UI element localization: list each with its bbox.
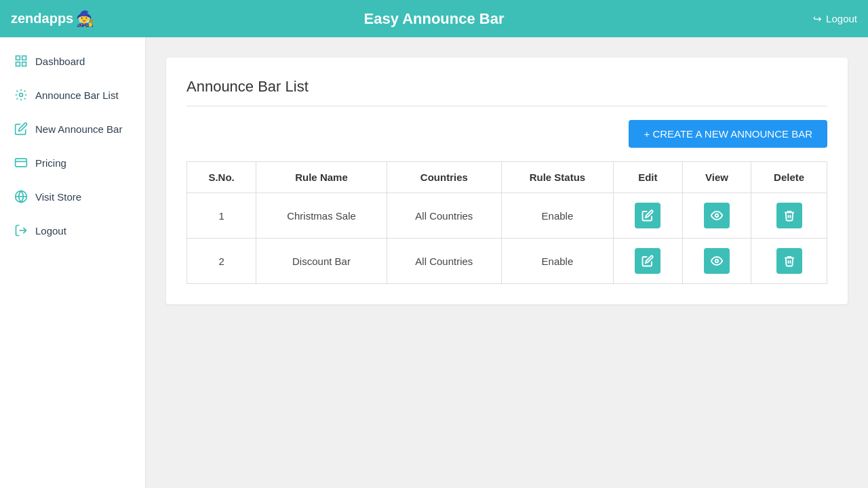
view-button[interactable]	[704, 248, 730, 274]
sidebar-item-announce-bar-list[interactable]: Announce Bar List	[0, 78, 145, 112]
cell-view	[682, 193, 751, 239]
cell-delete	[751, 193, 827, 239]
view-button[interactable]	[704, 203, 730, 228]
logo: zendapps 🧙	[11, 10, 94, 28]
new-announce-bar-label: New Announce Bar	[35, 123, 122, 135]
svg-rect-2	[16, 62, 20, 66]
logo-icon: 🧙	[76, 10, 94, 28]
content-card: Announce Bar List + CREATE A NEW ANNOUNC…	[166, 58, 848, 304]
cell-rule-name: Discount Bar	[256, 239, 387, 284]
cell-rule-name: Christmas Sale	[256, 193, 387, 239]
col-rule-name: Rule Name	[256, 162, 387, 193]
col-delete: Delete	[751, 162, 827, 193]
svg-rect-0	[16, 56, 20, 60]
page-title: Announce Bar List	[186, 78, 827, 106]
table-row: 1Christmas SaleAll CountriesEnable	[187, 193, 827, 239]
main-layout: Dashboard Announce Bar List New Announce…	[0, 37, 868, 488]
table-row: 2Discount BarAll CountriesEnable	[187, 239, 827, 284]
sidebar-logout-icon	[14, 223, 28, 238]
dashboard-icon	[14, 54, 28, 68]
announce-bar-table: S.No. Rule Name Countries Rule Status Ed…	[186, 161, 827, 284]
cell-view	[682, 239, 751, 284]
col-view: View	[682, 162, 751, 193]
announce-bar-list-icon	[14, 87, 28, 102]
sidebar-logout-label: Logout	[35, 225, 66, 237]
delete-button[interactable]	[776, 203, 802, 228]
svg-point-4	[20, 94, 23, 97]
edit-button[interactable]	[635, 248, 660, 274]
col-rule-status: Rule Status	[501, 162, 613, 193]
cell-sno: 1	[187, 193, 256, 239]
cell-edit	[614, 193, 683, 239]
svg-rect-3	[22, 62, 26, 66]
sidebar-item-visit-store[interactable]: Visit Store	[0, 180, 145, 214]
visit-store-icon	[14, 189, 28, 204]
svg-point-10	[715, 214, 719, 218]
cell-edit	[614, 239, 683, 284]
svg-rect-5	[16, 159, 27, 167]
cell-sno: 2	[187, 239, 256, 284]
sidebar: Dashboard Announce Bar List New Announce…	[0, 37, 146, 488]
logout-button[interactable]: ↪ Logout	[813, 13, 857, 25]
cell-countries: All Countries	[387, 193, 501, 239]
sidebar-item-pricing[interactable]: Pricing	[0, 146, 145, 180]
logo-text: zendapps	[11, 11, 73, 26]
logout-icon: ↪	[813, 13, 822, 25]
main-content: Announce Bar List + CREATE A NEW ANNOUNC…	[146, 37, 868, 488]
announce-bar-list-label: Announce Bar List	[35, 89, 119, 101]
svg-point-11	[715, 260, 719, 263]
delete-button[interactable]	[776, 248, 802, 274]
cell-status: Enable	[501, 193, 613, 239]
create-button-row: + CREATE A NEW ANNOUNCE BAR	[186, 120, 827, 148]
table-header: S.No. Rule Name Countries Rule Status Ed…	[187, 162, 827, 193]
sidebar-item-logout[interactable]: Logout	[0, 214, 145, 247]
app-header: zendapps 🧙 Easy Announce Bar ↪ Logout	[0, 0, 868, 37]
cell-delete	[751, 239, 827, 284]
header-title: Easy Announce Bar	[363, 10, 504, 28]
sidebar-item-dashboard[interactable]: Dashboard	[0, 44, 145, 78]
visit-store-label: Visit Store	[35, 191, 81, 203]
dashboard-label: Dashboard	[35, 56, 85, 67]
col-countries: Countries	[387, 162, 501, 193]
sidebar-item-new-announce-bar[interactable]: New Announce Bar	[0, 112, 145, 146]
cell-status: Enable	[501, 239, 613, 284]
table-header-row: S.No. Rule Name Countries Rule Status Ed…	[187, 162, 827, 193]
cell-countries: All Countries	[387, 239, 501, 284]
col-sno: S.No.	[187, 162, 256, 193]
pricing-label: Pricing	[35, 157, 66, 169]
edit-button[interactable]	[635, 203, 660, 228]
col-edit: Edit	[614, 162, 683, 193]
pricing-icon	[14, 155, 28, 170]
logout-label: Logout	[826, 13, 857, 24]
create-announce-bar-button[interactable]: + CREATE A NEW ANNOUNCE BAR	[629, 120, 827, 148]
svg-rect-1	[22, 56, 26, 60]
new-announce-bar-icon	[14, 121, 28, 136]
table-body: 1Christmas SaleAll CountriesEnable2Disco…	[187, 193, 827, 284]
